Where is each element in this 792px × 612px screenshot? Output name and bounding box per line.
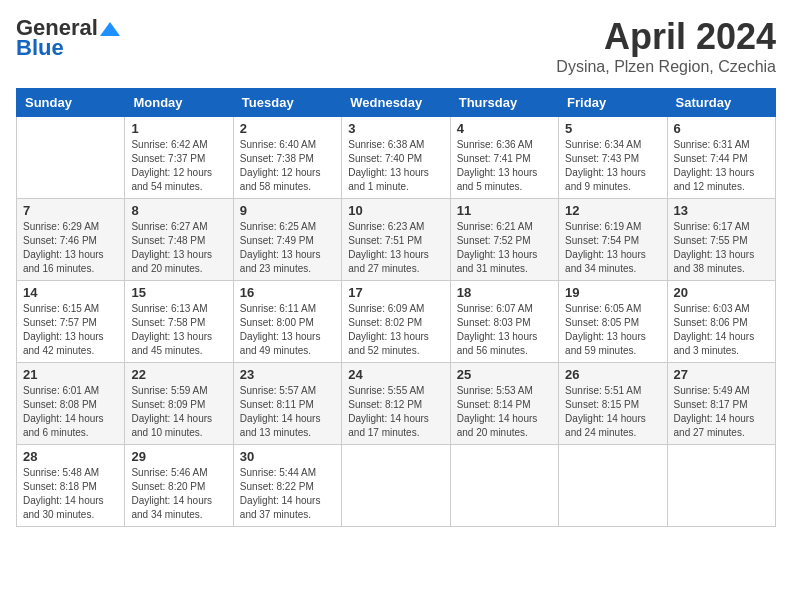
calendar-cell: 25 Sunrise: 5:53 AM Sunset: 8:14 PM Dayl…	[450, 363, 558, 445]
day-number: 13	[674, 203, 769, 218]
calendar-cell: 13 Sunrise: 6:17 AM Sunset: 7:55 PM Dayl…	[667, 199, 775, 281]
calendar-cell	[559, 445, 667, 527]
cell-info: Sunrise: 6:13 AM Sunset: 7:58 PM Dayligh…	[131, 302, 226, 358]
logo-icon	[100, 22, 120, 36]
title-section: April 2024 Dysina, Plzen Region, Czechia	[556, 16, 776, 76]
calendar-week-row: 14 Sunrise: 6:15 AM Sunset: 7:57 PM Dayl…	[17, 281, 776, 363]
calendar-cell: 21 Sunrise: 6:01 AM Sunset: 8:08 PM Dayl…	[17, 363, 125, 445]
logo: General Blue	[16, 16, 120, 60]
calendar-cell: 6 Sunrise: 6:31 AM Sunset: 7:44 PM Dayli…	[667, 117, 775, 199]
calendar-cell: 9 Sunrise: 6:25 AM Sunset: 7:49 PM Dayli…	[233, 199, 341, 281]
day-number: 26	[565, 367, 660, 382]
day-number: 22	[131, 367, 226, 382]
cell-info: Sunrise: 6:23 AM Sunset: 7:51 PM Dayligh…	[348, 220, 443, 276]
calendar-cell: 12 Sunrise: 6:19 AM Sunset: 7:54 PM Dayl…	[559, 199, 667, 281]
calendar-week-row: 28 Sunrise: 5:48 AM Sunset: 8:18 PM Dayl…	[17, 445, 776, 527]
day-number: 28	[23, 449, 118, 464]
day-number: 16	[240, 285, 335, 300]
cell-info: Sunrise: 6:11 AM Sunset: 8:00 PM Dayligh…	[240, 302, 335, 358]
calendar-table: SundayMondayTuesdayWednesdayThursdayFrid…	[16, 88, 776, 527]
cell-info: Sunrise: 5:55 AM Sunset: 8:12 PM Dayligh…	[348, 384, 443, 440]
day-number: 11	[457, 203, 552, 218]
day-header-sunday: Sunday	[17, 89, 125, 117]
calendar-cell: 19 Sunrise: 6:05 AM Sunset: 8:05 PM Dayl…	[559, 281, 667, 363]
calendar-cell: 10 Sunrise: 6:23 AM Sunset: 7:51 PM Dayl…	[342, 199, 450, 281]
calendar-cell: 5 Sunrise: 6:34 AM Sunset: 7:43 PM Dayli…	[559, 117, 667, 199]
cell-info: Sunrise: 6:03 AM Sunset: 8:06 PM Dayligh…	[674, 302, 769, 358]
calendar-week-row: 1 Sunrise: 6:42 AM Sunset: 7:37 PM Dayli…	[17, 117, 776, 199]
day-number: 25	[457, 367, 552, 382]
calendar-cell: 22 Sunrise: 5:59 AM Sunset: 8:09 PM Dayl…	[125, 363, 233, 445]
calendar-cell	[450, 445, 558, 527]
day-number: 10	[348, 203, 443, 218]
cell-info: Sunrise: 5:49 AM Sunset: 8:17 PM Dayligh…	[674, 384, 769, 440]
calendar-cell: 30 Sunrise: 5:44 AM Sunset: 8:22 PM Dayl…	[233, 445, 341, 527]
day-number: 8	[131, 203, 226, 218]
day-number: 12	[565, 203, 660, 218]
cell-info: Sunrise: 6:25 AM Sunset: 7:49 PM Dayligh…	[240, 220, 335, 276]
cell-info: Sunrise: 6:38 AM Sunset: 7:40 PM Dayligh…	[348, 138, 443, 194]
cell-info: Sunrise: 5:51 AM Sunset: 8:15 PM Dayligh…	[565, 384, 660, 440]
calendar-cell: 15 Sunrise: 6:13 AM Sunset: 7:58 PM Dayl…	[125, 281, 233, 363]
day-header-tuesday: Tuesday	[233, 89, 341, 117]
cell-info: Sunrise: 6:27 AM Sunset: 7:48 PM Dayligh…	[131, 220, 226, 276]
calendar-cell: 20 Sunrise: 6:03 AM Sunset: 8:06 PM Dayl…	[667, 281, 775, 363]
day-header-friday: Friday	[559, 89, 667, 117]
day-number: 6	[674, 121, 769, 136]
cell-info: Sunrise: 6:15 AM Sunset: 7:57 PM Dayligh…	[23, 302, 118, 358]
svg-marker-0	[100, 22, 120, 36]
calendar-cell: 7 Sunrise: 6:29 AM Sunset: 7:46 PM Dayli…	[17, 199, 125, 281]
day-number: 23	[240, 367, 335, 382]
day-number: 9	[240, 203, 335, 218]
calendar-cell: 29 Sunrise: 5:46 AM Sunset: 8:20 PM Dayl…	[125, 445, 233, 527]
cell-info: Sunrise: 5:57 AM Sunset: 8:11 PM Dayligh…	[240, 384, 335, 440]
cell-info: Sunrise: 6:21 AM Sunset: 7:52 PM Dayligh…	[457, 220, 552, 276]
cell-info: Sunrise: 6:19 AM Sunset: 7:54 PM Dayligh…	[565, 220, 660, 276]
header: General Blue April 2024 Dysina, Plzen Re…	[16, 16, 776, 76]
cell-info: Sunrise: 5:48 AM Sunset: 8:18 PM Dayligh…	[23, 466, 118, 522]
day-number: 2	[240, 121, 335, 136]
cell-info: Sunrise: 5:53 AM Sunset: 8:14 PM Dayligh…	[457, 384, 552, 440]
day-header-thursday: Thursday	[450, 89, 558, 117]
cell-info: Sunrise: 6:36 AM Sunset: 7:41 PM Dayligh…	[457, 138, 552, 194]
cell-info: Sunrise: 6:01 AM Sunset: 8:08 PM Dayligh…	[23, 384, 118, 440]
calendar-cell: 24 Sunrise: 5:55 AM Sunset: 8:12 PM Dayl…	[342, 363, 450, 445]
calendar-cell	[17, 117, 125, 199]
calendar-cell: 23 Sunrise: 5:57 AM Sunset: 8:11 PM Dayl…	[233, 363, 341, 445]
calendar-week-row: 7 Sunrise: 6:29 AM Sunset: 7:46 PM Dayli…	[17, 199, 776, 281]
day-number: 1	[131, 121, 226, 136]
calendar-cell: 1 Sunrise: 6:42 AM Sunset: 7:37 PM Dayli…	[125, 117, 233, 199]
day-number: 24	[348, 367, 443, 382]
cell-info: Sunrise: 6:07 AM Sunset: 8:03 PM Dayligh…	[457, 302, 552, 358]
cell-info: Sunrise: 5:59 AM Sunset: 8:09 PM Dayligh…	[131, 384, 226, 440]
calendar-cell: 14 Sunrise: 6:15 AM Sunset: 7:57 PM Dayl…	[17, 281, 125, 363]
cell-info: Sunrise: 5:44 AM Sunset: 8:22 PM Dayligh…	[240, 466, 335, 522]
day-number: 14	[23, 285, 118, 300]
day-number: 3	[348, 121, 443, 136]
day-number: 5	[565, 121, 660, 136]
cell-info: Sunrise: 6:09 AM Sunset: 8:02 PM Dayligh…	[348, 302, 443, 358]
calendar-cell: 11 Sunrise: 6:21 AM Sunset: 7:52 PM Dayl…	[450, 199, 558, 281]
cell-info: Sunrise: 6:31 AM Sunset: 7:44 PM Dayligh…	[674, 138, 769, 194]
cell-info: Sunrise: 6:34 AM Sunset: 7:43 PM Dayligh…	[565, 138, 660, 194]
day-number: 21	[23, 367, 118, 382]
day-number: 15	[131, 285, 226, 300]
day-number: 17	[348, 285, 443, 300]
day-header-wednesday: Wednesday	[342, 89, 450, 117]
day-number: 30	[240, 449, 335, 464]
calendar-cell: 16 Sunrise: 6:11 AM Sunset: 8:00 PM Dayl…	[233, 281, 341, 363]
calendar-cell: 17 Sunrise: 6:09 AM Sunset: 8:02 PM Dayl…	[342, 281, 450, 363]
cell-info: Sunrise: 6:42 AM Sunset: 7:37 PM Dayligh…	[131, 138, 226, 194]
calendar-cell: 8 Sunrise: 6:27 AM Sunset: 7:48 PM Dayli…	[125, 199, 233, 281]
calendar-cell: 3 Sunrise: 6:38 AM Sunset: 7:40 PM Dayli…	[342, 117, 450, 199]
day-number: 18	[457, 285, 552, 300]
day-header-monday: Monday	[125, 89, 233, 117]
cell-info: Sunrise: 6:17 AM Sunset: 7:55 PM Dayligh…	[674, 220, 769, 276]
calendar-week-row: 21 Sunrise: 6:01 AM Sunset: 8:08 PM Dayl…	[17, 363, 776, 445]
calendar-cell: 27 Sunrise: 5:49 AM Sunset: 8:17 PM Dayl…	[667, 363, 775, 445]
calendar-cell: 28 Sunrise: 5:48 AM Sunset: 8:18 PM Dayl…	[17, 445, 125, 527]
day-number: 29	[131, 449, 226, 464]
cell-info: Sunrise: 6:05 AM Sunset: 8:05 PM Dayligh…	[565, 302, 660, 358]
calendar-header-row: SundayMondayTuesdayWednesdayThursdayFrid…	[17, 89, 776, 117]
day-header-saturday: Saturday	[667, 89, 775, 117]
